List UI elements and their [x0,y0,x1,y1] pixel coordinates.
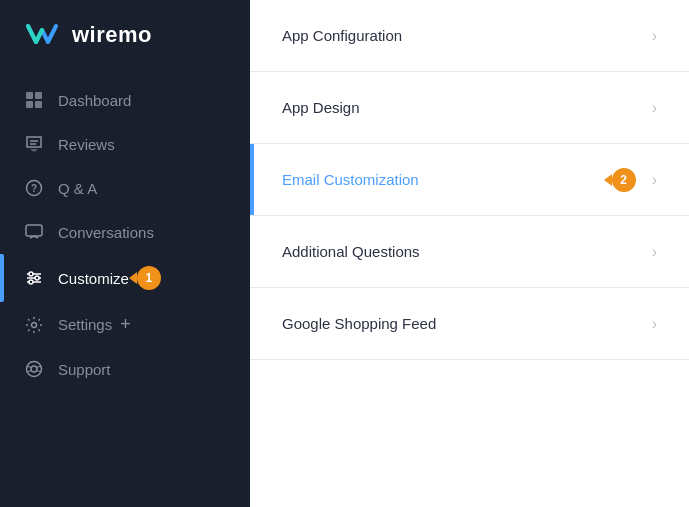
svg-rect-2 [26,101,33,108]
sidebar-item-label-dashboard: Dashboard [58,92,226,109]
menu-item-label-app-design: App Design [282,99,652,116]
sidebar-item-settings[interactable]: Settings + [0,302,250,347]
app-name: wiremo [72,22,152,48]
qa-icon: ? [24,178,44,198]
svg-line-20 [28,371,32,373]
sidebar-item-conversations[interactable]: Conversations [0,210,250,254]
svg-line-21 [37,371,41,373]
chevron-right-icon: › [652,27,657,45]
chevron-right-icon: › [652,171,657,189]
svg-point-16 [27,362,42,377]
svg-text:?: ? [31,183,37,194]
wiremo-logo-icon [24,20,60,50]
conversations-icon [24,222,44,242]
svg-rect-1 [35,92,42,99]
sidebar-item-qa[interactable]: ? Q & A [0,166,250,210]
menu-item-app-configuration[interactable]: App Configuration › [250,0,689,72]
sidebar-item-dashboard[interactable]: Dashboard [0,78,250,122]
support-icon [24,359,44,379]
reviews-icon [24,134,44,154]
sidebar-item-reviews[interactable]: Reviews [0,122,250,166]
menu-item-label-app-configuration: App Configuration [282,27,652,44]
settings-icon [24,315,44,335]
menu-item-email-customization[interactable]: Email Customization 2 › [250,144,689,216]
svg-point-12 [29,272,33,276]
chevron-right-icon: › [652,243,657,261]
svg-rect-3 [35,101,42,108]
main-content: App Configuration › App Design › Email C… [250,0,689,507]
svg-rect-8 [26,225,42,236]
menu-item-label-google-shopping-feed: Google Shopping Feed [282,315,652,332]
sidebar-item-label-reviews: Reviews [58,136,226,153]
svg-point-15 [32,322,37,327]
svg-point-13 [35,276,39,280]
customize-badge: 1 [137,266,161,290]
email-customization-badge: 2 [612,168,636,192]
settings-plus: + [120,314,131,335]
menu-item-app-design[interactable]: App Design › [250,72,689,144]
chevron-right-icon: › [652,99,657,117]
sidebar-item-label-customize: Customize 1 [58,266,226,290]
sidebar-item-customize[interactable]: Customize 1 [0,254,250,302]
customize-menu-list: App Configuration › App Design › Email C… [250,0,689,507]
svg-line-19 [37,366,41,368]
menu-item-label-additional-questions: Additional Questions [282,243,652,260]
svg-point-17 [31,366,37,372]
sidebar: wiremo Dashboard [0,0,250,507]
sidebar-item-label-settings: Settings + [58,314,226,335]
customize-icon [24,268,44,288]
active-bar [250,144,254,215]
menu-item-additional-questions[interactable]: Additional Questions › [250,216,689,288]
sidebar-item-support[interactable]: Support [0,347,250,391]
logo-area: wiremo [0,0,250,70]
svg-line-18 [28,366,32,368]
sidebar-item-label-conversations: Conversations [58,224,226,241]
chevron-right-icon: › [652,315,657,333]
svg-point-14 [29,280,33,284]
svg-rect-0 [26,92,33,99]
menu-item-google-shopping-feed[interactable]: Google Shopping Feed › [250,288,689,360]
dashboard-icon [24,90,44,110]
sidebar-item-label-support: Support [58,361,226,378]
menu-item-label-email-customization: Email Customization [282,171,612,188]
nav-list: Dashboard Reviews ? Q & A [0,70,250,507]
sidebar-item-label-qa: Q & A [58,180,226,197]
